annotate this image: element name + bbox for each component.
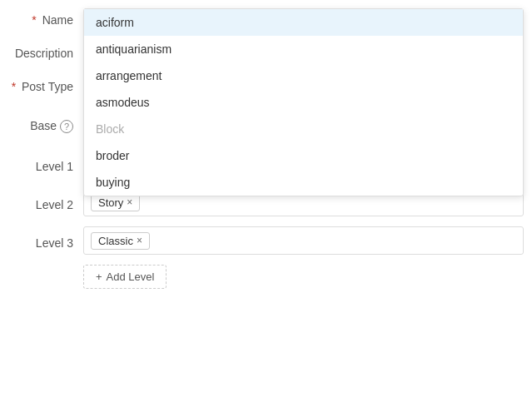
remove-tag-icon[interactable]: × (137, 236, 142, 246)
post-type-required-marker: * (12, 80, 16, 93)
level3-label: Level 3 (8, 231, 83, 250)
add-level-label-spacer (8, 265, 83, 270)
tag-label: Story (98, 196, 123, 209)
level2-label: Level 2 (8, 193, 83, 211)
add-level-button[interactable]: + Add Level (83, 265, 167, 289)
post-type-label: * Post Type (8, 75, 83, 93)
base-help-icon[interactable]: ? (60, 120, 73, 133)
level3-content: Classic× (83, 226, 524, 255)
dropdown-item[interactable]: aciform (84, 9, 523, 36)
dropdown-item: Block (84, 116, 523, 142)
level3-tags-box[interactable]: Classic× (83, 226, 524, 255)
name-dropdown: aciformantiquarianismarrangementasmodeus… (83, 8, 524, 196)
add-level-content: + Add Level (83, 265, 524, 289)
dropdown-item[interactable]: buying (84, 169, 523, 196)
name-required-marker: * (32, 13, 36, 27)
add-level-row: + Add Level (0, 265, 532, 289)
dropdown-item[interactable]: arrangement (84, 62, 523, 89)
description-label: Description (8, 42, 83, 60)
base-label-wrap: Base ? (8, 114, 83, 133)
plus-icon: + (96, 271, 102, 283)
level3-row: Level 3 Classic× (0, 226, 532, 255)
level1-label: Level 1 (8, 155, 83, 173)
dropdown-item[interactable]: broder (84, 142, 523, 169)
dropdown-item[interactable]: antiquarianism (84, 36, 523, 62)
remove-tag-icon[interactable]: × (127, 197, 132, 207)
form-container: * Name aciformantiquarianismarrangementa… (0, 0, 532, 312)
dropdown-item[interactable]: asmodeus (84, 89, 523, 116)
level3-tag-chip: Classic× (91, 232, 150, 250)
name-row: * Name aciformantiquarianismarrangementa… (0, 8, 532, 27)
name-label: * Name (8, 8, 83, 27)
add-level-text: Add Level (107, 271, 155, 283)
tag-label: Classic (98, 235, 133, 247)
